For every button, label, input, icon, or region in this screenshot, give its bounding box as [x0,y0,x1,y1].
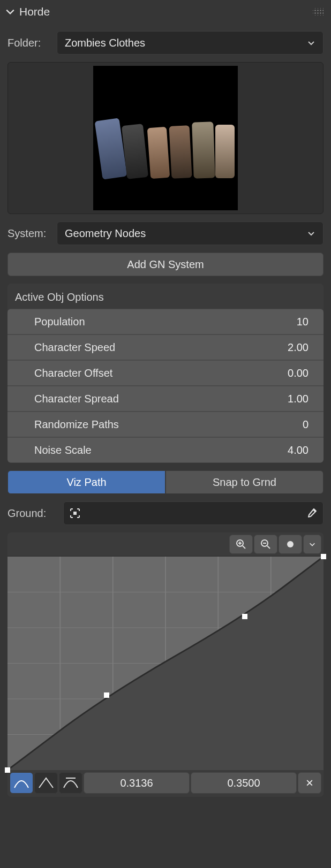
property-value: 10 [297,316,309,328]
property-row[interactable]: Randomize Paths0 [7,412,324,437]
active-options-section: Active Obj Options Population10Character… [7,284,324,463]
svg-line-2 [243,546,245,549]
curve-y-value: 0.3500 [227,777,260,789]
folder-row: Folder: Zombies Clothes [7,31,324,55]
handle-auto-button[interactable] [10,772,33,794]
system-row: System: Geometry Nodes [7,222,324,245]
system-label: System: [7,227,50,240]
folder-dropdown[interactable]: Zombies Clothes [57,31,324,55]
add-gn-system-button[interactable]: Add GN System [7,253,324,276]
preview-thumbnail[interactable] [7,62,324,214]
drag-handle-icon[interactable] [313,8,324,16]
property-row[interactable]: Character Speed2.00 [7,334,324,360]
ground-object-field[interactable] [63,501,324,525]
property-row[interactable]: Noise Scale4.00 [7,437,324,463]
panel-title: Horde [19,5,50,18]
property-row[interactable]: Population10 [7,309,324,334]
property-label: Character Spread [34,393,119,405]
property-value: 0.00 [288,367,309,379]
object-icon [69,507,81,519]
viz-path-toggle[interactable]: Viz Path [7,470,166,494]
delete-point-button[interactable]: × [298,772,321,794]
ground-row: Ground: [7,501,324,525]
zoom-out-button[interactable] [254,535,277,554]
system-dropdown[interactable]: Geometry Nodes [57,222,324,245]
curve-x-value: 0.3136 [120,777,153,789]
ground-label: Ground: [7,507,56,520]
handle-vector-button[interactable] [34,772,58,794]
collapse-icon [5,7,15,17]
property-value: 0 [303,418,309,431]
property-row[interactable]: Character Offset0.00 [7,360,324,386]
property-value: 1.00 [288,393,309,405]
curve-footer: 0.3136 0.3500 × [7,770,324,796]
eyedropper-icon[interactable] [306,507,318,519]
delete-label: × [306,775,313,790]
chevron-down-icon [307,39,315,47]
snap-label: Snap to Grnd [213,476,276,489]
panel-header[interactable]: Horde [0,0,331,24]
curve-editor: 0.3136 0.3500 × [7,532,324,797]
svg-rect-0 [73,512,77,515]
horde-panel: Horde Folder: Zombies Clothes [0,0,331,804]
curve-control-point[interactable] [242,614,247,619]
property-label: Character Speed [34,341,115,354]
curve-toolbar [7,532,324,556]
system-value: Geometry Nodes [65,227,146,240]
property-value: 4.00 [288,444,309,456]
folder-value: Zombies Clothes [65,37,145,49]
curve-control-point[interactable] [104,692,109,698]
add-button-label: Add GN System [127,258,204,271]
viz-path-label: Viz Path [66,476,106,489]
folder-label: Folder: [7,37,50,49]
property-label: Noise Scale [34,444,92,456]
clip-button[interactable] [279,535,302,554]
property-label: Character Offset [34,367,112,379]
curve-control-point[interactable] [321,554,326,559]
handle-auto-clamped-button[interactable] [59,772,82,794]
snap-to-ground-toggle[interactable]: Snap to Grnd [166,470,324,494]
curve-x-input[interactable]: 0.3136 [84,772,190,794]
property-label: Randomize Paths [34,418,119,431]
curve-graph[interactable] [7,556,324,770]
property-value: 2.00 [288,341,309,354]
curve-control-point[interactable] [5,767,10,773]
property-row[interactable]: Character Spread1.00 [7,386,324,412]
curve-menu-button[interactable] [303,535,321,554]
chevron-down-icon [307,229,315,238]
preview-image [93,66,238,210]
toggle-row: Viz Path Snap to Grnd [7,470,324,494]
property-label: Population [34,316,85,328]
zoom-in-button[interactable] [229,535,253,554]
active-options-title: Active Obj Options [7,284,324,309]
svg-point-8 [287,541,294,547]
curve-y-input[interactable]: 0.3500 [191,772,297,794]
svg-line-6 [267,546,270,549]
